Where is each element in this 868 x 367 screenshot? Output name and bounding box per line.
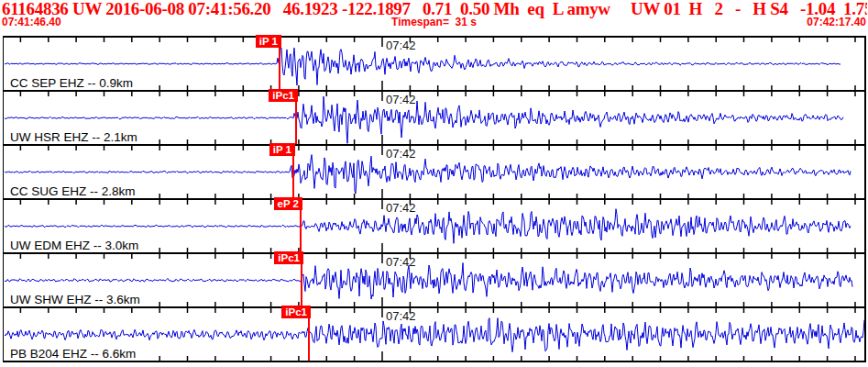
phase-pick-label[interactable]: iP 1 (269, 143, 295, 156)
trace-panel-hsr[interactable]: 07:42 iPc1 UW HSR EHZ -- 2.1km (4, 90, 864, 144)
window-end-time: 07:42:17.40 (807, 16, 866, 28)
minute-time-label: 07:42 (386, 93, 416, 106)
minute-time-label: 07:42 (386, 201, 416, 215)
trace-panel-sug[interactable]: 07:42 iP 1 CC SUG EHZ -- 2.8km (4, 144, 864, 198)
station-label: UW SHW EHZ -- 3.6km (7, 293, 143, 306)
phase-pick-label[interactable]: iP 1 (256, 35, 281, 48)
station-label: CC SEP EHZ -- 0.9km (7, 76, 136, 90)
phase-pick-label[interactable]: eP 2 (274, 197, 302, 210)
minute-time-label: 07:42 (386, 309, 416, 323)
time-tick-marks (20, 200, 855, 252)
trace-panel-b204[interactable]: 07:42 iPc1 PB B204 EHZ -- 6.6km (4, 306, 864, 362)
minute-time-label: 07:42 (386, 147, 416, 161)
station-label: CC SUG EHZ -- 2.8km (7, 184, 138, 198)
station-label: UW EDM EHZ -- 3.0km (7, 239, 141, 252)
trace-panel-edm[interactable]: 07:42 eP 2 UW EDM EHZ -- 3.0km (4, 198, 864, 252)
phase-pick-label[interactable]: iPc1 (281, 306, 311, 318)
timespan-label: Timespan= 31 s (0, 16, 868, 28)
time-axis-header: 07:41:46.40 Timespan= 31 s 07:42:17.40 (0, 16, 868, 30)
trace-panel-stack: 07:42 iP 1 CC SEP EHZ -- 0.9km 07:42 iPc… (3, 36, 866, 362)
phase-pick-label[interactable]: iPc1 (274, 251, 303, 264)
trace-panel-shw[interactable]: 07:42 iPc1 UW SHW EHZ -- 3.6km (4, 252, 864, 306)
seismogram-review-window: { "header": { "line1": "61164836 UW 2016… (0, 0, 868, 367)
minute-time-label: 07:42 (386, 39, 416, 52)
phase-pick-label[interactable]: iPc1 (269, 89, 298, 102)
trace-panel-sep[interactable]: 07:42 iP 1 CC SEP EHZ -- 0.9km (4, 36, 864, 90)
station-label: PB B204 EHZ -- 6.6km (7, 347, 138, 361)
station-label: UW HSR EHZ -- 2.1km (7, 130, 140, 144)
minute-time-label: 07:42 (386, 255, 416, 269)
